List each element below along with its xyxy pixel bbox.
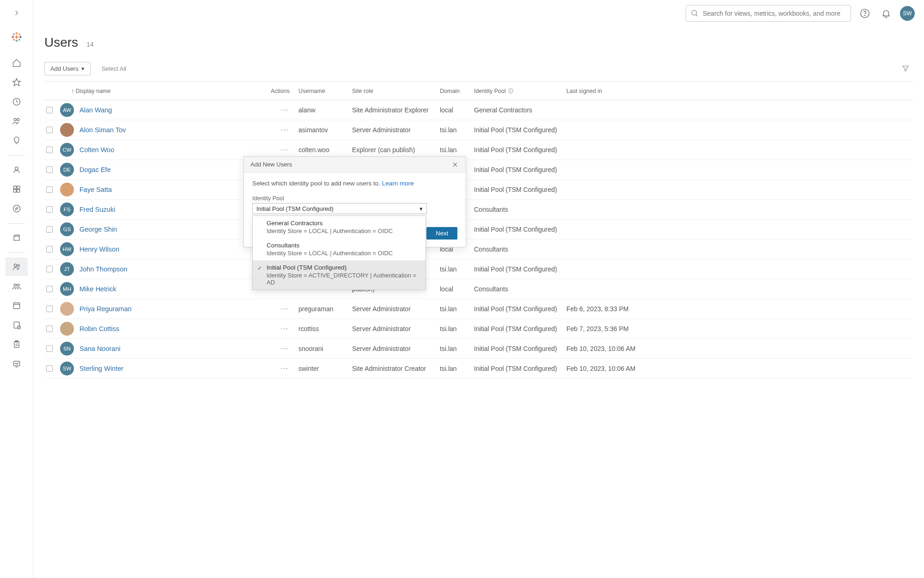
row-checkbox[interactable] (46, 345, 53, 352)
jobs-nav-button[interactable] (6, 316, 28, 334)
row-checkbox[interactable] (46, 326, 53, 332)
user-name-link[interactable]: Fred Suzuki (79, 206, 115, 213)
groups-nav-button[interactable] (6, 277, 28, 295)
row-checkbox[interactable] (46, 186, 53, 193)
col-display-name[interactable]: ↑ Display name (58, 88, 271, 94)
table-row: HW Henry Wilson ··· local Consultants (44, 240, 913, 259)
user-name-link[interactable]: John Thompson (79, 265, 128, 273)
row-checkbox[interactable] (46, 127, 53, 133)
row-checkbox[interactable] (46, 266, 53, 272)
cell-identity-pool: Initial Pool (TSM Configured) (474, 305, 566, 313)
cell-username: preguraman (298, 305, 352, 313)
filter-button[interactable] (898, 61, 913, 76)
explore-nav-button[interactable] (6, 199, 28, 218)
col-username[interactable]: Username (298, 88, 352, 94)
help-button[interactable] (857, 6, 872, 21)
row-checkbox[interactable] (46, 365, 53, 372)
shared-nav-button[interactable] (6, 112, 28, 130)
svg-rect-24 (13, 186, 16, 189)
cell-identity-pool: Initial Pool (TSM Configured) (474, 265, 566, 273)
row-checkbox[interactable] (46, 147, 53, 153)
user-name-link[interactable]: Mike Hetrick (79, 285, 116, 293)
modal-body-text: Select which identity pool to add new us… (252, 180, 380, 187)
select-all-button[interactable]: Select All (102, 65, 126, 72)
users-nav-button[interactable] (6, 258, 28, 276)
col-last-signed[interactable]: Last signed in (566, 88, 913, 94)
user-name-link[interactable]: Faye Satta (79, 186, 112, 193)
svg-point-21 (17, 118, 19, 121)
row-actions-button[interactable]: ··· (271, 304, 298, 314)
learn-more-link[interactable]: Learn more (382, 180, 414, 187)
recommendations-nav-button[interactable] (6, 131, 28, 150)
dropdown-option[interactable]: Initial Pool (TSM Configured)Identity St… (253, 260, 426, 289)
user-name-link[interactable]: Robin Cottiss (79, 325, 119, 332)
table-row: GS George Shin ··· tsi.lan Initial Pool … (44, 220, 913, 240)
personal-space-nav-button[interactable] (6, 160, 28, 179)
row-actions-button[interactable]: ··· (271, 344, 298, 353)
table-row: SW Sterling Winter ··· swinter Site Admi… (44, 359, 913, 379)
row-checkbox[interactable] (46, 226, 53, 233)
row-checkbox[interactable] (46, 107, 53, 113)
add-users-button[interactable]: Add Users▾ (44, 62, 91, 75)
row-checkbox[interactable] (46, 306, 53, 312)
close-icon (452, 161, 458, 168)
row-checkbox[interactable] (46, 166, 53, 173)
cell-identity-pool: General Contractors (474, 106, 566, 114)
row-checkbox[interactable] (46, 286, 53, 292)
site-status-nav-button[interactable] (6, 355, 28, 373)
search-icon (691, 9, 699, 18)
recents-nav-button[interactable] (6, 92, 28, 111)
user-name-link[interactable]: George Shin (79, 226, 117, 233)
schedules-nav-button[interactable] (6, 296, 28, 315)
external-assets-nav-button[interactable] (6, 228, 28, 247)
user-name-link[interactable]: Sana Noorani (79, 345, 121, 352)
cell-last-signed: Feb 6, 2023, 8:33 PM (566, 305, 913, 313)
user-name-link[interactable]: Henry Wilson (79, 246, 119, 253)
table-row: Faye Satta ··· tsi.lan Initial Pool (TSM… (44, 180, 913, 200)
tasks-nav-button[interactable] (6, 335, 28, 354)
search-input[interactable] (703, 10, 846, 17)
col-site-role[interactable]: Site role (352, 88, 440, 94)
row-checkbox[interactable] (46, 246, 53, 252)
cell-domain: tsi.lan (440, 146, 474, 154)
table-row: SN Sana Noorani ··· snoorani Server Admi… (44, 339, 913, 359)
row-actions-button[interactable]: ··· (271, 145, 298, 154)
user-name-link[interactable]: Colten Woo (79, 146, 115, 154)
row-actions-button[interactable]: ··· (271, 324, 298, 333)
modal-close-button[interactable] (451, 160, 459, 169)
identity-pool-dropdown: General ContractorsIdentity Store = LOCA… (252, 215, 426, 290)
notifications-button[interactable] (879, 6, 894, 21)
info-icon[interactable] (508, 88, 514, 94)
page-count: 14 (86, 41, 94, 48)
global-search[interactable] (686, 5, 851, 22)
col-identity-pool[interactable]: Identity Pool (474, 88, 506, 94)
svg-rect-29 (14, 236, 19, 240)
cell-username: swinter (298, 365, 352, 372)
user-name-link[interactable]: Alon Siman Tov (79, 126, 126, 134)
dropdown-option[interactable]: General ContractorsIdentity Store = LOCA… (253, 216, 426, 238)
favorites-nav-button[interactable] (6, 73, 28, 92)
option-title: Initial Pool (TSM Configured) (267, 264, 420, 271)
user-name-link[interactable]: Priya Reguraman (79, 305, 132, 313)
home-nav-button[interactable] (6, 54, 28, 72)
svg-point-28 (13, 205, 20, 212)
identity-pool-select[interactable]: Initial Pool (TSM Configured)▾ (252, 203, 427, 214)
row-actions-button[interactable]: ··· (271, 125, 298, 135)
next-button[interactable]: Next (426, 227, 457, 240)
user-menu-avatar[interactable]: SW (900, 6, 915, 21)
user-name-link[interactable]: Dogac Efe (79, 166, 111, 173)
dropdown-option[interactable]: ConsultantsIdentity Store = LOCAL | Auth… (253, 238, 426, 260)
row-checkbox[interactable] (46, 206, 53, 213)
row-actions-button[interactable]: ··· (271, 105, 298, 115)
col-domain[interactable]: Domain (440, 88, 474, 94)
cell-domain: tsi.lan (440, 345, 474, 352)
table-row: AW Alan Wang ··· alanw Site Administrato… (44, 100, 913, 120)
cell-domain: tsi.lan (440, 325, 474, 332)
user-name-link[interactable]: Alan Wang (79, 106, 112, 114)
user-name-link[interactable]: Sterling Winter (79, 365, 123, 372)
row-actions-button[interactable]: ··· (271, 364, 298, 373)
tableau-logo[interactable] (6, 26, 28, 48)
collections-nav-button[interactable] (6, 180, 28, 198)
cell-identity-pool: Consultants (474, 246, 566, 253)
expand-nav-button[interactable] (0, 4, 33, 22)
